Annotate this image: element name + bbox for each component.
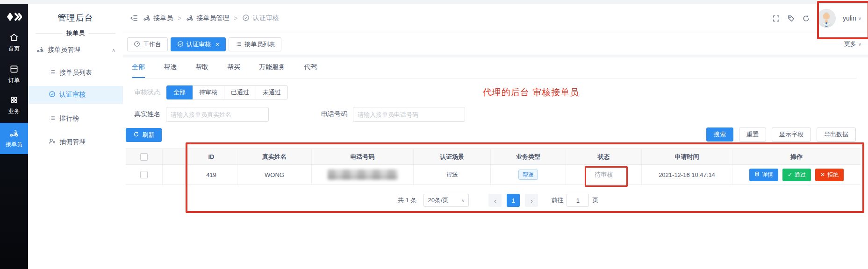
breadcrumb-item-cert-review: 认证审核: [242, 14, 279, 23]
sidebar-item-ranking[interactable]: 排行榜: [28, 110, 123, 127]
more-menu[interactable]: 更多 ∨: [844, 40, 861, 48]
approve-button[interactable]: ✓ 通过: [782, 169, 811, 181]
cell-id: 419: [186, 165, 237, 184]
sidebar-item-label: 接单员列表: [59, 69, 92, 77]
col-biz-type: 业务类型: [491, 149, 566, 164]
select-all-checkbox[interactable]: [140, 153, 148, 161]
service-type-tabs: 全部 帮送 帮取 帮买 万能服务 代驾: [132, 63, 857, 78]
breadcrumb-item-courier[interactable]: 接单员: [143, 14, 173, 23]
status-option-approved[interactable]: 已通过: [224, 85, 256, 99]
reject-button[interactable]: ✕ 拒绝: [815, 169, 844, 181]
divider: [36, 33, 63, 34]
select-all-cell: [126, 149, 163, 164]
page-size-select[interactable]: 20条/页 ∨: [423, 194, 469, 207]
nav-item-label: 接单员: [6, 141, 22, 149]
real-name-label: 真实姓名: [134, 110, 162, 119]
service-tab-all[interactable]: 全部: [132, 63, 145, 78]
reject-label: 拒绝: [827, 171, 839, 179]
check-circle-icon: [49, 91, 59, 99]
sidebar-item-label: 抽佣管理: [59, 138, 86, 146]
phone-input[interactable]: [353, 107, 465, 122]
tab-label: 认证审核: [187, 40, 211, 49]
service-tab-driving[interactable]: 代驾: [304, 63, 317, 78]
pagination: 共 1 条 20条/页 ∨ ‹ 1 › 前往 页: [398, 194, 598, 207]
next-page-button[interactable]: ›: [525, 194, 538, 207]
cross-icon: ✕: [820, 171, 825, 178]
real-name-input[interactable]: [166, 107, 269, 122]
row-select-cell: [126, 165, 163, 184]
row-checkbox[interactable]: [140, 171, 148, 178]
col-apply-time: 申请时间: [642, 149, 732, 164]
nav-item-business[interactable]: 业务: [0, 95, 28, 115]
nav-item-home[interactable]: 首页: [0, 33, 28, 53]
col-real-name: 真实姓名: [237, 149, 312, 164]
tab-courier-list[interactable]: 接单员列表: [229, 37, 281, 51]
status-badge: 待审核: [595, 170, 613, 179]
primary-nav-rail: 首页 订单 业务 接单员: [0, 4, 28, 269]
secondary-sidebar: 管理后台 接单员 接单员管理 ∧ 接单员列表 认证审核: [28, 4, 123, 269]
biz-type-tag: 帮送: [518, 170, 538, 180]
service-tab-delivery[interactable]: 帮送: [164, 63, 177, 78]
refresh-icon[interactable]: [802, 14, 810, 22]
header-right-tools: yulin ∨: [772, 4, 861, 33]
sidebar-item-courier-list[interactable]: 接单员列表: [28, 64, 123, 81]
scooter-icon: [186, 14, 194, 23]
check-circle-icon: [242, 14, 250, 23]
tab-workbench[interactable]: 工作台: [127, 37, 168, 51]
nav-item-label: 业务: [8, 107, 20, 115]
nav-item-orders[interactable]: 订单: [0, 64, 28, 85]
cell-real-name: WONG: [237, 165, 312, 184]
sidebar-item-cert-review[interactable]: 认证审核: [28, 86, 123, 104]
user-avatar[interactable]: [817, 9, 836, 28]
breadcrumb: 接单员 > 接单员管理 > 认证审核: [130, 4, 279, 33]
status-option-all[interactable]: 全部: [166, 85, 193, 99]
col-status: 状态: [566, 149, 642, 164]
breadcrumb-item-courier-management[interactable]: 接单员管理: [186, 14, 229, 23]
prev-page-button[interactable]: ‹: [488, 194, 502, 207]
detail-button[interactable]: 详情: [749, 169, 778, 181]
status-option-pending[interactable]: 待审核: [192, 85, 224, 99]
service-tab-buy[interactable]: 帮买: [227, 63, 240, 78]
cell-phone: [312, 165, 414, 184]
status-option-rejected[interactable]: 未通过: [256, 85, 288, 99]
chevron-up-icon[interactable]: ∧: [112, 47, 115, 53]
cell-scene: 帮送: [414, 165, 491, 184]
sidebar-title: 管理后台: [28, 12, 123, 23]
export-data-button[interactable]: 导出数据: [817, 127, 856, 142]
review-status-options: 全部 待审核 已通过 未通过: [166, 85, 288, 99]
tab-cert-review[interactable]: 认证审核 ×: [171, 37, 226, 51]
total-count: 共 1 条: [398, 196, 416, 205]
service-tab-universal[interactable]: 万能服务: [259, 63, 285, 78]
scooter-icon: [143, 14, 151, 23]
search-button[interactable]: 搜索: [706, 127, 733, 142]
collapse-sidebar-icon[interactable]: [130, 14, 138, 22]
username: yulin: [843, 14, 856, 22]
nav-item-courier[interactable]: 接单员: [0, 123, 28, 154]
sidebar-section: 接单员: [36, 29, 115, 37]
goto-page-input[interactable]: [567, 194, 589, 207]
sidebar-item-label: 排行榜: [59, 114, 79, 123]
cell-biz-type: 帮送: [491, 165, 566, 184]
sidebar-group-courier-management[interactable]: 接单员管理 ∧: [28, 42, 123, 58]
reset-button[interactable]: 重置: [739, 127, 766, 142]
service-tab-pickup[interactable]: 帮取: [195, 63, 208, 78]
dashboard-icon: [134, 41, 140, 49]
col-phone: 电话号码: [312, 149, 414, 164]
refresh-button[interactable]: 刷新: [126, 128, 162, 142]
cell-status: 待审核: [566, 165, 642, 184]
tab-label: 工作台: [143, 40, 161, 49]
content-card: 全部 帮送 帮取 帮买 万能服务 代驾 审核状态 全部 待审核 已通过 未通过 …: [123, 57, 868, 269]
list-icon: [49, 69, 59, 77]
chevron-down-icon: ∨: [858, 42, 861, 47]
close-icon[interactable]: ×: [215, 41, 219, 48]
tag-icon[interactable]: [787, 14, 795, 22]
app-window: 首页 订单 业务 接单员 管理后台 接单员: [0, 0, 868, 269]
breadcrumb-separator: >: [234, 14, 237, 22]
show-fields-button[interactable]: 显示字段: [772, 127, 811, 142]
goto-label: 前往: [551, 196, 563, 205]
user-menu[interactable]: yulin ∨: [843, 14, 861, 22]
page-tab-bar: 工作台 认证审核 × 接单员列表 更多 ∨: [123, 33, 868, 55]
fullscreen-icon[interactable]: [772, 14, 780, 22]
page-1-button[interactable]: 1: [507, 194, 520, 207]
sidebar-item-commission[interactable]: 抽佣管理: [28, 134, 123, 150]
